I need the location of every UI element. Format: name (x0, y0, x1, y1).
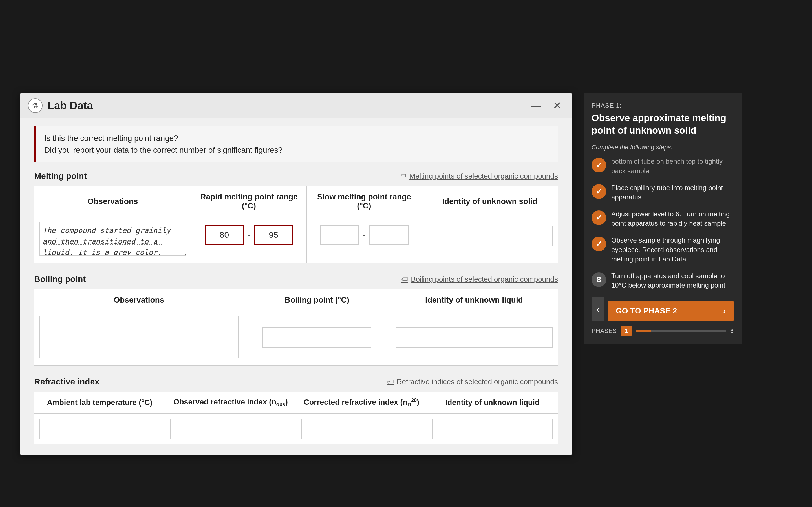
step-item-3: ✓ Adjust power level to 6. Turn on melti… (592, 209, 733, 228)
go-phase-arrow-icon: › (723, 306, 726, 316)
boiling-point-title: Boiling point (34, 274, 86, 284)
step-text-4: Observe sample through magnifying eyepie… (611, 235, 733, 264)
ri-obs-cell (165, 414, 296, 445)
step-check-4: ✓ (592, 237, 606, 251)
rapid-range-inputs: - (197, 222, 301, 248)
ri-corr-input[interactable] (301, 419, 422, 439)
ri-identity-input[interactable] (432, 419, 553, 439)
bp-data-row (35, 311, 558, 365)
step-check-2: ✓ (592, 184, 606, 199)
bp-value-input[interactable] (262, 327, 371, 348)
phases-total: 6 (730, 327, 733, 335)
mp-identity-input[interactable] (427, 226, 553, 246)
alert-line1: Is this the correct melting point range? (44, 132, 550, 144)
step-text-3: Adjust power level to 6. Turn on melting… (611, 209, 733, 228)
ri-col3-header: Corrected refractive index (nD20) (296, 392, 427, 414)
refractive-index-title: Refractive index (34, 377, 100, 386)
refractive-index-table: Ambient lab temperature (°C) Observed re… (34, 392, 558, 445)
step-check-3: ✓ (592, 210, 606, 225)
step-num-text-5: 8 (597, 275, 601, 284)
go-phase-label: GO TO PHASE 2 (616, 306, 677, 316)
boiling-point-link[interactable]: 🏷 Boiling points of selected organic com… (401, 275, 558, 284)
slow-range-dash: - (363, 230, 366, 240)
check-icon-2: ✓ (596, 187, 602, 196)
bp-value-cell (244, 311, 390, 365)
slow-min-input[interactable] (320, 225, 359, 245)
rapid-min-input[interactable] (205, 225, 244, 245)
step-text-1: bottom of tube on bench top to tightly p… (611, 157, 733, 175)
phase-title: Observe approximate melting point of unk… (592, 112, 733, 136)
phases-progress-fill (636, 330, 651, 332)
mp-col2-header: Rapid melting point range (°C) (192, 186, 307, 217)
lab-data-dialog: ⚗ Lab Data — ✕ Is this the correct melti… (20, 93, 572, 455)
bp-observation-input[interactable] (40, 316, 239, 358)
melting-point-link[interactable]: 🏷 Melting points of selected organic com… (400, 172, 558, 180)
dialog-title-left: ⚗ Lab Data (28, 98, 93, 113)
right-panel: PHASE 1: Observe approximate melting poi… (583, 93, 742, 344)
nav-arrows: ‹ GO TO PHASE 2 › (592, 297, 733, 321)
dialog-body: Is this the correct melting point range?… (20, 118, 572, 455)
rapid-range-dash: - (248, 230, 251, 240)
refractive-index-link-text: Refractive indices of selected organic c… (397, 378, 558, 386)
mp-rapid-range-cell: - (192, 217, 307, 263)
rapid-max-input[interactable] (254, 225, 293, 245)
ri-temp-cell (35, 414, 165, 445)
ri-obs-input[interactable] (170, 419, 291, 439)
alert-line2: Did you report your data to the correct … (44, 144, 550, 156)
go-phase-button[interactable]: GO TO PHASE 2 › (608, 301, 733, 321)
boiling-point-table: Observations Boiling point (°C) Identity… (34, 289, 558, 365)
mp-col3-header: Slow melting point range (°C) (306, 186, 422, 217)
bp-tag-icon: 🏷 (401, 275, 408, 283)
bp-col3-header: Identity of unknown liquid (390, 289, 558, 311)
bp-identity-input[interactable] (396, 327, 553, 348)
step-number-5: 8 (592, 272, 606, 287)
close-button[interactable]: ✕ (550, 99, 564, 113)
mp-identity-cell (422, 217, 558, 263)
phases-bar: PHASES 1 6 (592, 326, 733, 336)
phases-progress-bar (636, 330, 726, 332)
mp-observation-input[interactable] (40, 222, 186, 256)
melting-point-table: Observations Rapid melting point range (… (34, 186, 558, 263)
boiling-point-header: Boiling point 🏷 Boiling points of select… (34, 274, 558, 284)
steps-title: Complete the following steps: (592, 144, 733, 151)
ri-col2-header: Observed refractive index (nobs) (165, 392, 296, 414)
dialog-titlebar: ⚗ Lab Data — ✕ (20, 93, 572, 118)
boiling-point-link-text: Boiling points of selected organic compo… (411, 275, 558, 284)
ri-tag-icon: 🏷 (387, 378, 394, 386)
melting-point-link-text: Melting points of selected organic compo… (409, 172, 558, 180)
ri-col1-header: Ambient lab temperature (°C) (35, 392, 165, 414)
step-item-2: ✓ Place capillary tube into melting poin… (592, 183, 733, 202)
refractive-index-header: Refractive index 🏷 Refractive indices of… (34, 377, 558, 386)
nav-prev-button[interactable]: ‹ (592, 297, 605, 321)
slow-max-input[interactable] (369, 225, 409, 245)
mp-col4-header: Identity of unknown solid (422, 186, 558, 217)
dialog-title: Lab Data (48, 100, 93, 112)
refractive-index-link[interactable]: 🏷 Refractive indices of selected organic… (387, 378, 558, 386)
step-item-1: ✓ bottom of tube on bench top to tightly… (592, 157, 733, 175)
step-item-4: ✓ Observe sample through magnifying eyep… (592, 235, 733, 264)
bp-identity-cell (390, 311, 558, 365)
ri-col4-header: Identity of unknown liquid (427, 392, 558, 414)
slow-range-inputs: - (312, 222, 417, 248)
ri-corr-cell (296, 414, 427, 445)
bp-col1-header: Observations (35, 289, 244, 311)
check-icon-3: ✓ (596, 213, 602, 222)
phases-current: 1 (620, 326, 632, 336)
mp-col1-header: Observations (35, 186, 192, 217)
minimize-button[interactable]: — (528, 99, 544, 113)
step-check-1: ✓ (592, 158, 606, 172)
dialog-controls: — ✕ (528, 99, 564, 113)
tag-icon: 🏷 (400, 172, 406, 180)
phases-label: PHASES (592, 327, 617, 335)
lab-icon: ⚗ (28, 98, 43, 113)
melting-point-title: Melting point (34, 171, 87, 181)
mp-observation-cell (35, 217, 192, 263)
step-item-5: 8 Turn off apparatus and cool sample to … (592, 271, 733, 290)
check-icon-1: ✓ (596, 161, 602, 170)
phase-label: PHASE 1: (592, 102, 733, 109)
ri-temp-input[interactable] (40, 419, 160, 439)
mp-data-row: - - (35, 217, 558, 263)
bp-col2-header: Boiling point (°C) (244, 289, 390, 311)
ri-data-row (35, 414, 558, 445)
alert-box: Is this the correct melting point range?… (34, 126, 558, 162)
